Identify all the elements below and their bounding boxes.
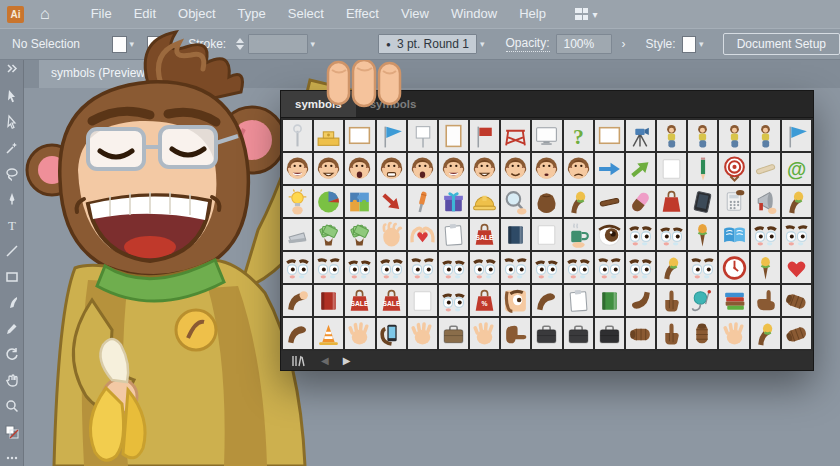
symbol-navy-book[interactable] [501, 219, 530, 250]
symbol-monkey-face-smile[interactable] [501, 153, 530, 184]
opacity-label[interactable]: Opacity: [506, 36, 550, 52]
stroke-swatch[interactable] [147, 36, 162, 53]
symbol-resting-arm[interactable] [283, 285, 312, 316]
symbol-arm-green-sleeve[interactable] [751, 318, 780, 349]
symbol-heart-hands[interactable] [408, 219, 437, 250]
symbol-arm-gesture[interactable] [532, 285, 561, 316]
symbol-monkey-eyes-3[interactable] [782, 219, 811, 250]
symbol-monkey-eyes-7[interactable] [377, 252, 406, 283]
menu-item-object[interactable]: Object [167, 0, 227, 28]
home-icon[interactable]: ⌂ [40, 0, 50, 28]
symbol-monkey-pose-2[interactable] [688, 120, 717, 151]
symbol-arm-gesture-2[interactable] [626, 285, 655, 316]
symbol-puzzle-pieces[interactable] [345, 186, 374, 217]
pen-tool-icon[interactable] [3, 191, 20, 208]
menu-item-select[interactable]: Select [277, 0, 335, 28]
symbol-wooden-stick[interactable] [751, 153, 780, 184]
symbol-monkey-eyes-8[interactable] [408, 252, 437, 283]
symbol-presentation-screen[interactable] [532, 120, 561, 151]
symbol-monkey-eyes-12[interactable] [532, 252, 561, 283]
menu-item-effect[interactable]: Effect [335, 0, 390, 28]
next-library-arrow[interactable]: ▶ [343, 351, 351, 370]
symbol-green-arrow-up[interactable] [626, 153, 655, 184]
symbol-blue-pennant-2[interactable] [782, 120, 811, 151]
symbol-sign-stand[interactable] [408, 120, 437, 151]
fill-swatch[interactable] [112, 36, 127, 53]
symbol-face-profile[interactable] [501, 285, 530, 316]
symbol-red-stopwatch[interactable] [719, 252, 748, 283]
symbol-book-stack[interactable] [719, 285, 748, 316]
menu-item-view[interactable]: View [390, 0, 440, 28]
opacity-field[interactable]: 100% [556, 34, 612, 54]
symbol-pink-capsule[interactable] [626, 186, 655, 217]
symbol-monkey-face-grin[interactable] [314, 153, 343, 184]
symbol-black-tablet[interactable] [688, 186, 717, 217]
symbol-green-at-sign[interactable]: @ [782, 153, 811, 184]
symbol-red-trestle[interactable] [501, 120, 530, 151]
line-segment-tool-icon[interactable] [3, 243, 20, 260]
direct-selection-tool-icon[interactable] [3, 114, 20, 131]
menu-item-file[interactable]: File [80, 0, 123, 28]
lasso-tool-icon[interactable] [3, 165, 20, 182]
symbol-coffee-mug-hand[interactable] [564, 219, 593, 250]
symbol-red-book[interactable] [314, 285, 343, 316]
opacity-expand-chevron[interactable]: › [622, 37, 626, 51]
zoom-tool-icon[interactable] [3, 398, 20, 415]
document-tab[interactable]: symbols (Preview) × [39, 58, 180, 88]
menu-item-type[interactable]: Type [227, 0, 277, 28]
symbol-black-briefcase-1[interactable] [532, 318, 561, 349]
symbol-monkey-eyes-4[interactable] [283, 252, 312, 283]
symbol-blank-card[interactable] [657, 153, 686, 184]
symbol-clipboard[interactable] [439, 219, 468, 250]
symbol-open-palm-2[interactable] [408, 318, 437, 349]
symbol-hand-with-card[interactable] [564, 285, 593, 316]
symbol-black-briefcase-3[interactable] [595, 318, 624, 349]
previous-library-arrow[interactable]: ◀ [321, 351, 329, 370]
symbol-arm-sleeve[interactable] [283, 318, 312, 349]
symbol-winners-podium[interactable] [314, 120, 343, 151]
symbol-laptop[interactable] [283, 219, 312, 250]
symbol-thumbs-up[interactable] [657, 285, 686, 316]
symbol-sale-bag[interactable]: SALE [470, 219, 499, 250]
symbol-green-book[interactable] [595, 285, 624, 316]
document-setup-button[interactable]: Document Setup [723, 33, 840, 55]
symbol-hand-with-phone[interactable] [377, 318, 406, 349]
symbol-green-question-mark[interactable]: ? [564, 120, 593, 151]
symbol-brown-log[interactable] [595, 186, 624, 217]
symbol-sale-bag-3[interactable]: SALE [377, 285, 406, 316]
symbol-brown-briefcase[interactable] [439, 318, 468, 349]
symbol-gift-box[interactable] [439, 186, 468, 217]
symbol-ice-cream-cone[interactable] [688, 219, 717, 250]
symbol-monkey-face-talk[interactable] [408, 153, 437, 184]
stroke-weight-chevron-icon[interactable]: ▾ [311, 39, 316, 49]
symbol-monkey-face-frown[interactable] [532, 153, 561, 184]
symbol-red-heart[interactable] [782, 252, 811, 283]
symbol-monkey-face-open[interactable] [345, 153, 374, 184]
symbol-fist-thumb[interactable] [657, 318, 686, 349]
symbol-spiral-pole[interactable] [283, 120, 312, 151]
symbol-monkey-eyes-16[interactable] [688, 252, 717, 283]
symbol-monkey-pose-1[interactable] [657, 120, 686, 151]
panel-tab-symbols-2[interactable]: symbols [356, 91, 431, 117]
symbol-magnifier-hand[interactable] [501, 186, 530, 217]
pencil-tool-icon[interactable] [3, 320, 20, 337]
selection-tool-icon[interactable] [3, 88, 20, 105]
brush-definition-field[interactable]: ● 3 pt. Round 1 [378, 34, 477, 54]
toolbar-menu-dots-icon[interactable] [3, 449, 20, 466]
menu-item-help[interactable]: Help [508, 0, 557, 28]
symbol-monkey-eyes-17[interactable] [439, 285, 468, 316]
symbol-open-palm-3[interactable] [470, 318, 499, 349]
symbol-fist-edge[interactable] [782, 318, 811, 349]
symbol-monkey-eyes-5[interactable] [314, 252, 343, 283]
magic-wand-tool-icon[interactable] [3, 139, 20, 156]
symbol-calculator-hand[interactable] [719, 186, 748, 217]
symbol-green-pencil[interactable] [688, 153, 717, 184]
symbol-headset-mic[interactable] [688, 285, 717, 316]
style-swatch[interactable] [682, 36, 697, 53]
symbol-money-fan-2[interactable] [345, 219, 374, 250]
symbol-monkey-face-grin-2[interactable] [470, 153, 499, 184]
symbol-megaphone-hand[interactable] [751, 186, 780, 217]
symbol-fist-vertical[interactable] [688, 318, 717, 349]
symbol-blank-board[interactable] [439, 120, 468, 151]
symbol-pointing-finger[interactable] [751, 285, 780, 316]
